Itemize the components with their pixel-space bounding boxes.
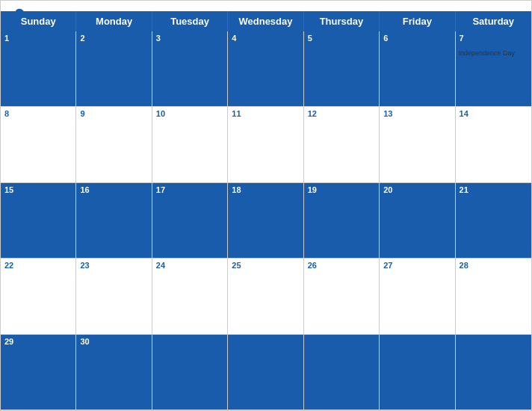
logo-bird-icon	[13, 7, 26, 20]
day-number: 4	[228, 31, 303, 45]
day-number: 17	[152, 183, 227, 197]
day-number: 29	[1, 335, 75, 348]
day-number: 13	[380, 107, 454, 120]
day-cell	[456, 335, 531, 410]
day-number: 26	[304, 259, 379, 272]
day-cell: 26	[304, 259, 380, 334]
day-header-tuesday: Tuesday	[152, 11, 228, 31]
day-cell: 30	[76, 335, 152, 410]
day-cell: 24	[152, 259, 228, 334]
day-headers-row: SundayMondayTuesdayWednesdayThursdayFrid…	[1, 11, 531, 31]
day-cell	[380, 335, 455, 410]
day-cell: 21	[456, 183, 531, 259]
day-number: 28	[456, 259, 531, 272]
day-cell: 4	[228, 31, 303, 107]
day-number: 8	[1, 107, 75, 120]
day-header-friday: Friday	[380, 11, 455, 31]
day-number: 9	[76, 107, 151, 120]
day-number: 5	[304, 31, 379, 45]
day-number: 15	[1, 183, 75, 197]
day-cell: 12	[304, 107, 380, 182]
day-number: 19	[304, 183, 379, 197]
day-cell: 19	[304, 183, 380, 259]
day-number: 14	[456, 107, 531, 120]
day-cell: 29	[1, 335, 76, 410]
day-cell: 11	[228, 107, 303, 182]
day-number: 10	[152, 107, 227, 120]
day-number: 1	[1, 31, 75, 45]
day-number: 25	[228, 259, 303, 272]
day-cell: 3	[152, 31, 228, 107]
day-cell: 23	[76, 259, 152, 334]
day-cell: 13	[380, 107, 455, 182]
day-number: 24	[152, 259, 227, 272]
day-number: 2	[76, 31, 151, 45]
day-cell: 16	[76, 183, 152, 259]
day-cell: 7Independence Day	[456, 31, 531, 107]
day-number: 21	[456, 183, 531, 197]
day-cell: 22	[1, 259, 76, 334]
day-cell: 1	[1, 31, 76, 107]
day-cell: 18	[228, 183, 303, 259]
day-number: 6	[380, 31, 454, 45]
day-cell: 2	[76, 31, 152, 107]
day-number: 30	[76, 335, 151, 348]
day-header-monday: Monday	[76, 11, 152, 31]
day-number: 16	[76, 183, 151, 197]
day-header-saturday: Saturday	[456, 11, 531, 31]
day-cell: 14	[456, 107, 531, 182]
day-cell: 9	[76, 107, 152, 182]
calendar-grid: 1234567Independence Day89101112131415161…	[1, 31, 531, 410]
day-cell: 8	[1, 107, 76, 182]
day-number: 3	[152, 31, 227, 45]
day-number: 7	[456, 31, 531, 45]
day-number: 27	[380, 259, 454, 272]
day-cell: 5	[304, 31, 380, 107]
logo-blue-text	[13, 7, 28, 20]
day-cell: 6	[380, 31, 455, 107]
day-cell	[228, 335, 303, 410]
calendar: SundayMondayTuesdayWednesdayThursdayFrid…	[0, 0, 532, 411]
calendar-header	[1, 1, 531, 11]
day-number: 20	[380, 183, 454, 197]
holiday-label: Independence Day	[456, 49, 519, 57]
day-cell	[152, 335, 228, 410]
logo	[13, 7, 28, 20]
day-number: 11	[228, 107, 303, 120]
day-header-wednesday: Wednesday	[228, 11, 303, 31]
day-number: 22	[1, 259, 75, 272]
day-cell: 28	[456, 259, 531, 334]
day-number: 12	[304, 107, 379, 120]
day-cell: 25	[228, 259, 303, 334]
day-cell: 20	[380, 183, 455, 259]
day-cell: 10	[152, 107, 228, 182]
day-cell	[304, 335, 380, 410]
day-number: 18	[228, 183, 303, 197]
day-cell: 27	[380, 259, 455, 334]
day-cell: 15	[1, 183, 76, 259]
day-cell: 17	[152, 183, 228, 259]
day-header-thursday: Thursday	[304, 11, 380, 31]
day-number: 23	[76, 259, 151, 272]
